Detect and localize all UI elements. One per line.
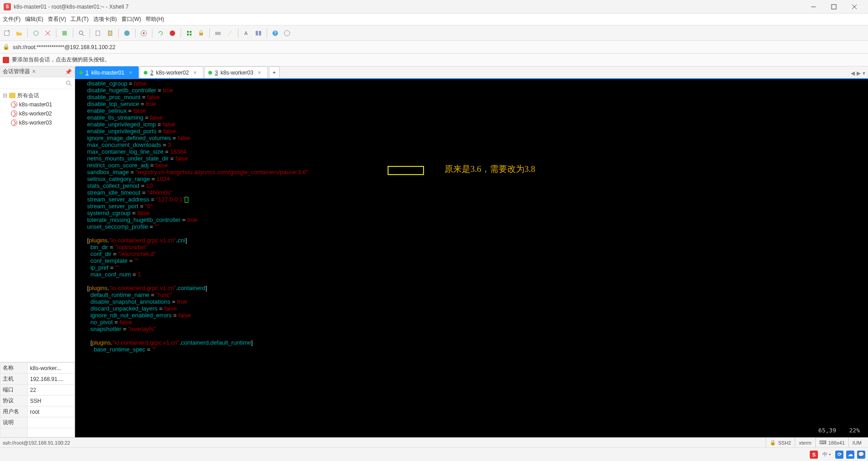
status-size: ⌨186x41 [815, 438, 848, 447]
tab-prev-icon[interactable]: ◀ [851, 70, 855, 76]
tree-root[interactable]: ⊟ 所有会话 [0, 91, 75, 100]
search-icon[interactable] [77, 29, 86, 38]
properties-icon[interactable] [60, 29, 69, 38]
session-k8s-master01[interactable]: k8s-master01 [0, 100, 75, 109]
prop-desc-val [28, 417, 75, 428]
svg-text:?: ? [274, 31, 277, 36]
tree-root-label: 所有会话 [17, 92, 39, 100]
svg-line-11 [82, 34, 84, 36]
menu-edit[interactable]: 编辑(E) [25, 15, 43, 23]
tab-k8s-master01[interactable]: 1 k8s-master01× [75, 66, 139, 78]
svg-rect-13 [108, 31, 112, 35]
status-address: ssh://root@192.168.91.100:22 [3, 440, 70, 446]
menu-view[interactable]: 查看(V) [48, 15, 66, 23]
keyboard-icon[interactable] [213, 29, 222, 38]
tray-icon-sync[interactable]: ⟳ [835, 451, 843, 459]
address-text[interactable]: ssh://root:*************@192.168.91.100:… [13, 44, 116, 50]
svg-rect-25 [256, 31, 258, 35]
svg-point-14 [124, 30, 130, 36]
fullscreen-icon[interactable] [185, 29, 194, 38]
session-label: k8s-master01 [19, 101, 52, 108]
svg-rect-9 [62, 31, 67, 35]
flag-icon [3, 57, 9, 63]
prop-name-val: k8s-worker... [28, 363, 75, 374]
svg-rect-19 [190, 31, 192, 33]
record-icon[interactable] [168, 29, 177, 38]
tray-icon-s[interactable]: S [810, 451, 818, 459]
svg-rect-18 [187, 31, 189, 33]
globe-icon[interactable] [122, 29, 131, 38]
svg-line-31 [70, 84, 71, 86]
window-title: k8s-master01 - root@k8s-master01:~ - Xsh… [14, 4, 803, 10]
prop-desc-key: 说明 [0, 417, 28, 428]
svg-rect-22 [199, 33, 203, 35]
tray-ime[interactable]: 中 • [823, 451, 831, 458]
svg-rect-26 [259, 31, 261, 35]
highlight-icon[interactable] [225, 29, 234, 38]
session-k8s-worker03[interactable]: k8s-worker03 [0, 118, 75, 127]
reconnect-icon[interactable] [31, 29, 40, 38]
annotation-text: 原来是3.6，需要改为3.8 [444, 165, 535, 172]
new-session-icon[interactable]: + [3, 29, 12, 38]
prop-host-val: 192.168.91.... [28, 374, 75, 385]
layout-icon[interactable] [254, 29, 263, 38]
sidebar-search[interactable] [0, 77, 75, 89]
tab-nav: ◀ ▶ ▾ [848, 70, 868, 78]
paste-icon[interactable] [106, 29, 115, 38]
disconnect-icon[interactable] [43, 29, 52, 38]
tab-close-icon[interactable]: × [193, 70, 197, 76]
session-label: k8s-worker02 [19, 110, 52, 117]
close-button[interactable] [844, 0, 864, 14]
tray-icon-cloud[interactable]: ☁ [846, 451, 854, 459]
highlight-box [388, 166, 424, 175]
info-icon[interactable] [283, 29, 292, 38]
svg-point-6 [34, 31, 38, 35]
menu-file[interactable]: 文件(F) [3, 15, 20, 23]
address-bar: 🔒 ssh://root:*************@192.168.91.10… [0, 41, 868, 54]
sidebar-close-icon[interactable]: ✕ [32, 69, 36, 75]
prop-user-key: 用户名 [0, 406, 28, 417]
terminal[interactable]: disable_cgroup = false disable_hugetlb_c… [75, 79, 868, 437]
sidebar-pin-icon[interactable]: 📌 [65, 69, 72, 75]
prop-empty [0, 428, 28, 437]
status-ssh: 🔒SSH2 [766, 438, 795, 447]
add-tab-button[interactable]: + [269, 66, 280, 78]
tab-next-icon[interactable]: ▶ [857, 70, 861, 76]
session-properties: 名称k8s-worker... 主机192.168.91.... 端口22 协议… [0, 362, 75, 437]
prop-user-val: root [28, 406, 75, 417]
tab-close-icon[interactable]: × [129, 70, 132, 76]
tab-k8s-worker03[interactable]: 3 k8s-worker03× [204, 66, 268, 78]
prop-host-key: 主机 [0, 374, 28, 385]
minimize-button[interactable] [803, 0, 823, 14]
open-session-icon[interactable] [15, 29, 24, 38]
svg-point-17 [170, 30, 175, 36]
copy-icon[interactable] [94, 29, 103, 38]
tray-icon-chat[interactable]: 💬 [857, 451, 865, 459]
status-dot-icon [144, 71, 147, 75]
info-bar: 要添加当前会话，点击左侧的箭头按钮。 [0, 54, 868, 66]
menu-tabs[interactable]: 选项卡(B) [93, 15, 117, 23]
status-bar: ssh://root@192.168.91.100:22 🔒SSH2 xterm… [0, 437, 868, 447]
menu-help[interactable]: 帮助(H) [146, 15, 164, 23]
svg-point-10 [79, 31, 83, 35]
refresh-icon[interactable] [156, 29, 165, 38]
lock-icon[interactable] [197, 29, 206, 38]
tab-k8s-worker02[interactable]: 2 k8s-worker02× [140, 66, 203, 78]
maximize-button[interactable] [823, 0, 844, 14]
sidebar-header: 会话管理器 ✕ 📌 [0, 66, 75, 77]
session-k8s-worker02[interactable]: k8s-worker02 [0, 109, 75, 118]
session-tree: ⊟ 所有会话 k8s-master01k8s-worker02k8s-worke… [0, 89, 75, 362]
tab-close-icon[interactable]: × [258, 70, 261, 76]
svg-point-29 [284, 30, 290, 36]
font-icon[interactable]: A [242, 29, 251, 38]
tab-menu-icon[interactable]: ▾ [863, 70, 865, 76]
menu-tools[interactable]: 工具(T) [71, 15, 88, 23]
status-extra: IUM [848, 438, 865, 447]
svg-rect-23 [215, 32, 221, 35]
prop-port-val: 22 [28, 385, 75, 396]
session-label: k8s-worker03 [19, 120, 52, 126]
menu-window[interactable]: 窗口(W) [121, 15, 141, 23]
svg-text:+: + [8, 30, 10, 33]
help-icon[interactable]: ? [271, 29, 280, 38]
target-icon[interactable] [139, 29, 148, 38]
